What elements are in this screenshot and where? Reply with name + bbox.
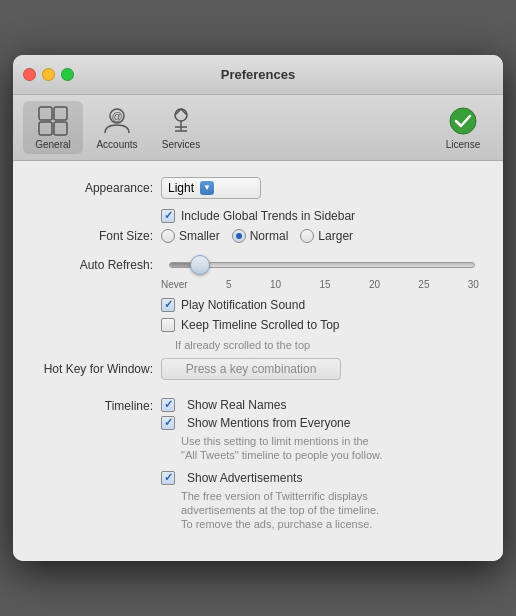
global-trends-label: Include Global Trends in Sidebar	[181, 209, 355, 223]
general-icon	[37, 105, 69, 137]
tick-10: 10	[270, 279, 281, 290]
global-trends-row: Include Global Trends in Sidebar	[33, 209, 483, 223]
hotkey-label: Hot Key for Window:	[33, 362, 153, 376]
notification-label: Play Notification Sound	[181, 298, 305, 312]
keep-scrolled-helper: If already scrolled to the top	[33, 338, 483, 352]
show-real-names-row: Show Real Names	[161, 398, 382, 412]
font-larger[interactable]: Larger	[300, 229, 353, 243]
tick-never: Never	[161, 279, 188, 290]
font-normal[interactable]: Normal	[232, 229, 289, 243]
show-mentions-label: Show Mentions from Everyone	[187, 416, 350, 430]
license-icon	[447, 105, 479, 137]
font-size-label: Font Size:	[33, 229, 153, 243]
show-mentions-helper: Use this setting to limit mentions in th…	[161, 434, 382, 463]
svg-point-6	[175, 109, 187, 121]
accounts-icon: @	[101, 105, 133, 137]
show-mentions-row: Show Mentions from Everyone	[161, 416, 382, 430]
font-size-row: Font Size: Smaller Normal Larger	[33, 229, 483, 243]
font-size-options: Smaller Normal Larger	[161, 229, 353, 243]
hotkey-row: Hot Key for Window: Press a key combinat…	[33, 358, 483, 380]
toolbar-license[interactable]: License	[433, 101, 493, 154]
tick-5: 5	[226, 279, 232, 290]
font-smaller-radio[interactable]	[161, 229, 175, 243]
slider-thumb[interactable]	[190, 255, 210, 275]
toolbar-accounts-label: Accounts	[96, 139, 137, 150]
keep-scrolled-label: Keep Timeline Scrolled to Top	[181, 318, 340, 332]
maximize-button[interactable]	[61, 68, 74, 81]
svg-rect-2	[39, 122, 52, 135]
toolbar-services[interactable]: Services	[151, 101, 211, 154]
appearance-value: Light	[168, 181, 194, 195]
font-larger-radio[interactable]	[300, 229, 314, 243]
slider-ticks: Never 5 10 15 20 25 30	[33, 279, 483, 290]
svg-rect-1	[54, 107, 67, 120]
notification-row: Play Notification Sound	[33, 298, 483, 312]
traffic-lights	[23, 68, 74, 81]
auto-refresh-label: Auto Refresh:	[33, 258, 153, 272]
show-ads-helper: The free version of Twitterrific display…	[161, 489, 382, 532]
close-button[interactable]	[23, 68, 36, 81]
toolbar: General @ Accounts	[13, 95, 503, 161]
show-real-names-checkbox[interactable]	[161, 398, 175, 412]
appearance-dropdown[interactable]: Light	[161, 177, 261, 199]
font-smaller-label: Smaller	[179, 229, 220, 243]
svg-point-7	[450, 108, 476, 134]
appearance-row: Appearance: Light	[33, 177, 483, 199]
timeline-checkboxes: Show Real Names Show Mentions from Every…	[161, 398, 382, 535]
global-trends-checkbox[interactable]	[161, 209, 175, 223]
svg-rect-0	[39, 107, 52, 120]
show-ads-label: Show Advertisements	[187, 471, 302, 485]
font-normal-radio[interactable]	[232, 229, 246, 243]
tick-30: 30	[468, 279, 479, 290]
tick-25: 25	[418, 279, 429, 290]
show-ads-checkbox[interactable]	[161, 471, 175, 485]
tick-20: 20	[369, 279, 380, 290]
preferences-window: Preferences General @	[13, 55, 503, 562]
services-icon	[165, 105, 197, 137]
hotkey-field[interactable]: Press a key combination	[161, 358, 341, 380]
auto-refresh-row: Auto Refresh:	[33, 253, 483, 277]
toolbar-general-label: General	[35, 139, 71, 150]
slider-track	[169, 262, 475, 268]
tick-15: 15	[319, 279, 330, 290]
appearance-arrow-icon	[200, 181, 214, 195]
show-real-names-label: Show Real Names	[187, 398, 286, 412]
titlebar: Preferences	[13, 55, 503, 95]
slider-tick-labels: Never 5 10 15 20 25 30	[161, 279, 479, 290]
window-title: Preferences	[221, 67, 295, 82]
toolbar-accounts[interactable]: @ Accounts	[87, 101, 147, 154]
toolbar-services-label: Services	[162, 139, 200, 150]
font-smaller[interactable]: Smaller	[161, 229, 220, 243]
svg-rect-3	[54, 122, 67, 135]
minimize-button[interactable]	[42, 68, 55, 81]
notification-checkbox[interactable]	[161, 298, 175, 312]
timeline-label: Timeline:	[33, 398, 153, 413]
keep-scrolled-row: Keep Timeline Scrolled to Top	[33, 318, 483, 332]
font-normal-label: Normal	[250, 229, 289, 243]
hotkey-placeholder: Press a key combination	[186, 362, 317, 376]
toolbar-license-label: License	[446, 139, 480, 150]
content-area: Appearance: Light Include Global Trends …	[13, 161, 503, 562]
timeline-section: Timeline: Show Real Names Show Mentions …	[33, 398, 483, 535]
font-larger-label: Larger	[318, 229, 353, 243]
spacer	[33, 390, 483, 398]
toolbar-general[interactable]: General	[23, 101, 83, 154]
svg-text:@: @	[111, 110, 122, 122]
keep-scrolled-checkbox[interactable]	[161, 318, 175, 332]
slider-wrapper	[161, 253, 483, 277]
show-ads-row: Show Advertisements	[161, 471, 382, 485]
show-mentions-checkbox[interactable]	[161, 416, 175, 430]
appearance-label: Appearance:	[33, 181, 153, 195]
